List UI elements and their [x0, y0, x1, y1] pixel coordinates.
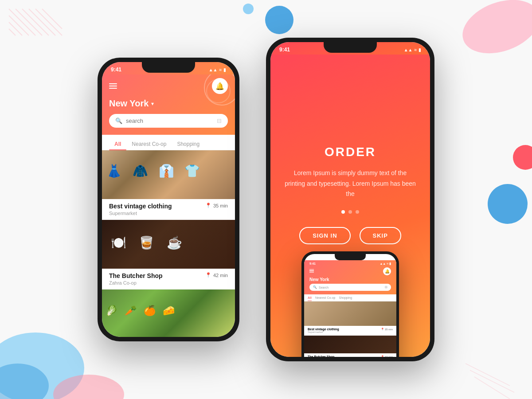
hamburger-line-1	[109, 83, 117, 84]
tab-nearest[interactable]: Nearest Co-op	[126, 138, 172, 150]
phones-wrapper: 9:41 ▲▲ ≈ ▮	[0, 0, 532, 399]
phone2-status-time: 9:41	[279, 47, 290, 53]
filter-icon[interactable]: ⊟	[217, 117, 222, 124]
wifi-icon: ≈	[219, 67, 222, 72]
dot-2	[348, 210, 352, 214]
wifi-icon-2: ≈	[415, 47, 417, 52]
onboarding-buttons: SIGN IN SKIP	[299, 227, 401, 244]
nested-time: 9:41	[309, 262, 316, 266]
store-image-restaurant	[102, 220, 235, 269]
nested-notch	[335, 254, 366, 260]
nested-store-info-2: The Butcher Shop Zahra Co-op 📍 42 min	[304, 353, 396, 357]
phone2-content: ORDER Lorem Ipsum is simply dummy text o…	[270, 55, 430, 357]
search-bar[interactable]: 🔍 ⊟	[109, 114, 228, 128]
nested-tab-nearest: Nearest Co-op	[315, 296, 336, 301]
store-time-1: 📍 35 min	[205, 203, 228, 208]
hamburger-line-3	[109, 88, 117, 89]
skip-button[interactable]: SKIP	[360, 227, 401, 244]
nested-header: 9:41 ▲▲ ≈ ▮ 🔔	[304, 260, 396, 294]
signal-icon-2: ▲▲	[404, 47, 413, 52]
nested-pin-1: 📍	[381, 328, 384, 331]
store-name-2: The Butcher Shop	[109, 272, 205, 279]
store-details-2: The Butcher Shop Zahra Co-op	[109, 272, 205, 286]
nested-store-cat-1: Supermarket	[308, 331, 339, 333]
pin-icon-1: 📍	[205, 203, 211, 208]
store-list[interactable]: Best vintage clothing Supermarket 📍 35 m…	[102, 150, 235, 337]
store-category-2: Zahra Co-op	[109, 280, 205, 286]
nested-search-text: Search	[319, 286, 329, 289]
nested-store-name-1: Best vintage clothing	[308, 328, 339, 331]
dots-row	[341, 210, 359, 214]
dot-1	[341, 210, 345, 214]
phone1-content: 🔔 New York ▾ 🔍 ⊟	[102, 74, 235, 337]
battery-icon: ▮	[223, 67, 226, 72]
tab-all[interactable]: All	[109, 138, 126, 150]
search-icon: 🔍	[115, 117, 122, 124]
nested-store-info-1: Best vintage clothing Supermarket 📍 35 m…	[304, 326, 396, 336]
store-card-3[interactable]: The Fishery Zahra Co-op 📍 35 min	[102, 289, 235, 337]
signal-icon: ▲▲	[209, 67, 218, 72]
phone2-notch	[324, 42, 377, 53]
nested-store-time-1: 📍 35 min	[381, 328, 393, 333]
store-card-2[interactable]: The Butcher Shop Zahra Co-op 📍 42 min	[102, 220, 235, 289]
hamburger-line-2	[109, 86, 117, 86]
nested-icons: ▲▲ ≈ ▮	[379, 262, 391, 266]
nested-store-img-1	[304, 301, 396, 326]
header-circle-2	[206, 79, 231, 103]
nested-tab-all: All	[308, 296, 312, 301]
store-name-1: Best vintage clothing	[109, 203, 205, 210]
search-input[interactable]	[126, 117, 213, 124]
store-image-market	[102, 289, 235, 337]
sign-in-button[interactable]: SIGN IN	[299, 227, 350, 244]
phone1-status-icons: ▲▲ ≈ ▮	[209, 67, 226, 72]
store-card-1[interactable]: Best vintage clothing Supermarket 📍 35 m…	[102, 150, 235, 220]
store-image-clothing	[102, 150, 235, 199]
location-chevron[interactable]: ▾	[151, 101, 154, 107]
tab-shopping[interactable]: Shopping	[172, 138, 205, 150]
nested-location: New York	[309, 277, 391, 282]
nested-store-name-2: The Butcher Shop	[308, 355, 334, 357]
onboarding-title: ORDER	[325, 145, 376, 159]
battery-icon-2: ▮	[419, 47, 421, 52]
store-category-1: Supermarket	[109, 211, 205, 216]
store-info-1: Best vintage clothing Supermarket 📍 35 m…	[102, 199, 235, 220]
nested-phone: 9:41 ▲▲ ≈ ▮ 🔔	[301, 251, 399, 357]
nested-status-bar: 9:41 ▲▲ ≈ ▮	[309, 262, 391, 266]
phone2-inner: 9:41 ▲▲ ≈ ▮ ORDER Lorem Ipsum is simply …	[270, 42, 430, 357]
nested-search-icon: 🔍	[313, 286, 317, 289]
store-info-2: The Butcher Shop Zahra Co-op 📍 42 min	[102, 269, 235, 289]
nested-hamburger	[309, 269, 314, 274]
nested-tabs: All Nearest Co-op Shopping	[304, 294, 396, 301]
phone1-frame: 9:41 ▲▲ ≈ ▮	[98, 58, 239, 341]
phone1-header: 🔔 New York ▾ 🔍 ⊟	[102, 74, 235, 135]
onboarding-description: Lorem Ipsum is simply dummy text of the …	[284, 168, 417, 200]
hamburger-icon[interactable]	[109, 83, 117, 89]
store-details-1: Best vintage clothing Supermarket	[109, 203, 205, 216]
nested-store-time-2: 📍 42 min	[381, 355, 393, 357]
nested-pin-2: 📍	[381, 356, 384, 357]
phone2-frame: 9:41 ▲▲ ≈ ▮ ORDER Lorem Ipsum is simply …	[266, 38, 434, 361]
onboarding-section: ORDER Lorem Ipsum is simply dummy text o…	[270, 55, 430, 357]
tabs-bar: All Nearest Co-op Shopping	[102, 135, 235, 150]
dot-3	[356, 210, 359, 214]
phone1-status-time: 9:41	[111, 66, 121, 73]
nested-bell: 🔔	[383, 267, 391, 275]
nested-filter-icon: ⊟	[385, 286, 387, 289]
nested-tab-shopping: Shopping	[339, 296, 352, 301]
phone1-inner: 9:41 ▲▲ ≈ ▮	[102, 62, 235, 337]
pin-icon-2: 📍	[205, 272, 211, 278]
nested-store-img-2	[304, 336, 396, 353]
phone1-notch	[142, 62, 195, 73]
nested-phone-inner: 9:41 ▲▲ ≈ ▮ 🔔	[304, 254, 396, 357]
location-name: New York	[109, 98, 149, 109]
phone2-status-icons: ▲▲ ≈ ▮	[404, 47, 421, 52]
nested-header-top: 🔔	[309, 267, 391, 275]
store-time-2: 📍 42 min	[205, 272, 228, 278]
nested-search: 🔍 Search ⊟	[309, 284, 391, 291]
